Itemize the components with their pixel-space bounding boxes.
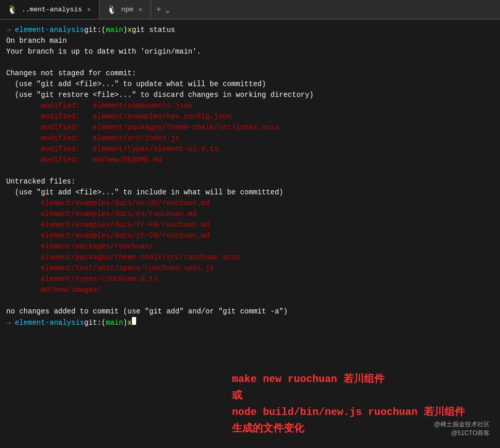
final-prompt-line: → element-analysis git:(main) x (6, 317, 494, 328)
blank-1 (6, 57, 494, 68)
tab-element-analysis[interactable]: 🐧 ..ment-analysis ✕ (0, 0, 99, 19)
linux-icon-2: 🐧 (107, 5, 117, 15)
final-prompt-arrow: → (6, 318, 10, 328)
tab-close-1[interactable]: ✕ (86, 6, 92, 13)
prompt-host: element-analysis (10, 25, 84, 36)
annotation-line-2: 或 (232, 388, 479, 404)
final-prompt-git: git:( (84, 318, 106, 328)
modified-6: modified: md/new/README.md (6, 155, 494, 165)
modified-3: modified: element/packages/theme-chalk/s… (6, 122, 494, 133)
output-line-7: (use "git add <file>..." to include in w… (6, 187, 494, 198)
untracked-6: element/packages/theme-chalk/src/ruochua… (6, 252, 494, 263)
blank-3 (6, 295, 494, 306)
output-line-5: (use "git restore <file>..." to discard … (6, 90, 494, 101)
command-text: git status (132, 25, 175, 36)
final-prompt-x: x (127, 318, 131, 328)
blank-2 (6, 165, 494, 176)
modified-4: modified: element/src/index.js (6, 133, 494, 144)
output-line-8: no changes added to commit (use "git add… (6, 306, 494, 317)
output-line-2: Your branch is up to date with 'origin/m… (6, 46, 494, 57)
tab-label-1: ..ment-analysis (22, 6, 82, 13)
prompt-git: git:( (84, 25, 106, 36)
tab-add-button[interactable]: + ⌄ (151, 0, 175, 19)
output-line-6: Untracked files: (6, 176, 494, 187)
command-line: → element-analysis git:(main) x git stat… (6, 25, 494, 36)
tab-npm[interactable]: 🐧 npm ✕ (99, 0, 151, 19)
prompt-git-close: ) (123, 25, 127, 36)
tab-label-2: npm (121, 6, 133, 13)
modified-2: modified: element/examples/nav.config.js… (6, 111, 494, 122)
prompt-branch: main (106, 25, 123, 36)
add-tab-icon[interactable]: + (156, 5, 161, 14)
untracked-4: element/examples/docs/zh-CN/ruochuan.md (6, 230, 494, 241)
watermark-line-1: @稀土掘金技术社区 (434, 420, 490, 429)
untracked-5: element/packages/ruochuan/ (6, 241, 494, 252)
prompt-x: x (127, 25, 131, 36)
untracked-7: element/test/unit/specs/ruochuan.spec.js (6, 263, 494, 274)
watermark-line-2: @51CTO商客 (434, 429, 490, 438)
tab-dropdown-icon[interactable]: ⌄ (165, 5, 171, 15)
untracked-3: element/examples/docs/fr-FR/ruochuan.md (6, 220, 494, 230)
terminal-cursor (132, 317, 136, 325)
modified-5: modified: element/types/element-ui.d.ts (6, 144, 494, 155)
final-prompt-host: element-analysis (10, 318, 84, 328)
untracked-9: md/new/images/ (6, 285, 494, 295)
untracked-8: element/types/ruochuan.d.ts (6, 274, 494, 285)
annotation-line-1: make new ruochuan 若川组件 (232, 371, 479, 388)
output-line-3: Changes not staged for commit: (6, 68, 494, 79)
prompt-arrow: → (6, 25, 10, 36)
watermark: @稀土掘金技术社区 @51CTO商客 (434, 420, 490, 438)
annotation-line-3: node build/bin/new.js ruochuan 若川组件 (232, 404, 479, 421)
tab-bar: 🐧 ..ment-analysis ✕ 🐧 npm ✕ + ⌄ (0, 0, 500, 20)
untracked-2: element/examples/docs/es/ruochuan.md (6, 209, 494, 220)
untracked-1: element/examples/docs/en-US/ruochuan.md (6, 198, 494, 209)
linux-icon-1: 🐧 (7, 5, 18, 15)
modified-1: modified: element/components.json (6, 101, 494, 111)
output-line-1: On branch main (6, 36, 494, 46)
tab-close-2[interactable]: ✕ (138, 6, 143, 13)
output-line-4: (use "git add <file>..." to update what … (6, 79, 494, 90)
final-prompt-branch: main (106, 318, 123, 328)
final-prompt-git-close: ) (123, 318, 127, 328)
